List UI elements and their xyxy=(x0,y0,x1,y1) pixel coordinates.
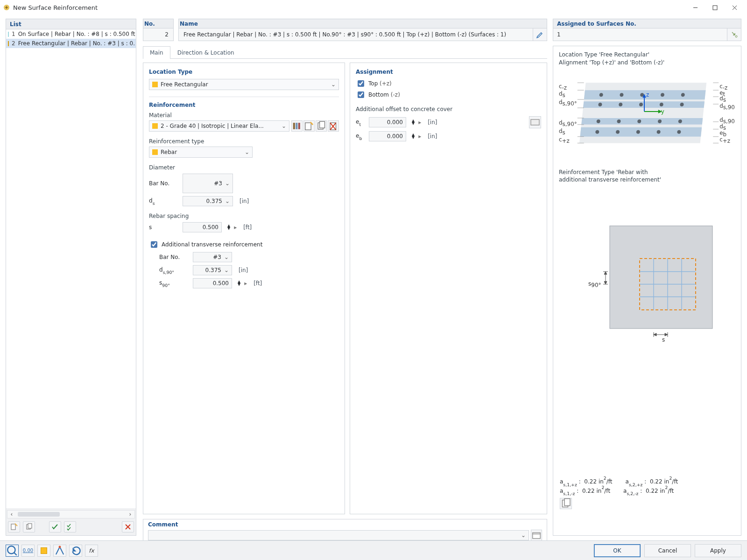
svg-rect-1 xyxy=(713,6,717,10)
check-button[interactable] xyxy=(49,521,61,532)
delete-material-icon[interactable] xyxy=(328,120,339,132)
top-checkbox[interactable] xyxy=(358,80,364,87)
svg-rect-12 xyxy=(531,119,539,125)
eb-unit: [in] xyxy=(428,133,437,140)
new-button[interactable] xyxy=(8,521,20,532)
chevron-down-icon: ⌄ xyxy=(245,149,249,155)
figure2-diagram: s90° s xyxy=(559,221,735,352)
copy-button[interactable] xyxy=(23,521,35,532)
offset-settings-button[interactable] xyxy=(529,116,541,128)
additional-transverse-checkbox[interactable] xyxy=(151,241,157,248)
s-value: 0.500 xyxy=(203,224,218,231)
svg-point-100 xyxy=(59,546,61,548)
assigned-input[interactable] xyxy=(553,28,727,41)
s90-input[interactable]: 0.500 xyxy=(193,278,232,288)
comment-browse-button[interactable] xyxy=(531,530,542,541)
step-right-icon[interactable]: ▸ xyxy=(234,224,237,231)
material-select[interactable]: 2 - Grade 40 | Isotropic | Linear Ela...… xyxy=(149,120,289,132)
check-multi-button[interactable] xyxy=(64,521,76,532)
cancel-button[interactable]: Cancel xyxy=(644,544,691,557)
svg-text:ds,90°: ds,90° xyxy=(719,103,735,111)
et-value: 0.000 xyxy=(387,119,403,126)
chevron-down-icon: ⌄ xyxy=(225,198,230,204)
color-swatch-icon xyxy=(152,82,158,87)
tab-direction-location[interactable]: Direction & Location xyxy=(170,46,241,59)
bottom-checkbox[interactable] xyxy=(358,91,364,98)
spinner-icon[interactable]: ▲▼ xyxy=(412,133,415,139)
color-swatch-icon xyxy=(152,123,158,129)
bottom-label: Bottom (-z) xyxy=(368,91,400,98)
scroll-right-icon[interactable]: › xyxy=(126,511,134,518)
reinforcement-type-value: Rebar xyxy=(161,149,177,155)
step-right-icon[interactable]: ▸ xyxy=(418,133,421,140)
chevron-down-icon: ⌄ xyxy=(282,123,286,129)
ds-input[interactable]: 0.375⌄ xyxy=(183,196,233,206)
location-type-select[interactable]: Free Rectangular ⌄ xyxy=(149,79,339,90)
spinner-icon[interactable]: ▲▼ xyxy=(412,119,415,125)
fx-button[interactable]: fx xyxy=(85,545,98,557)
list-item[interactable]: 2 Free Rectangular | Rebar | No. : #3 | … xyxy=(6,39,136,48)
svg-text:s90°: s90° xyxy=(588,280,601,288)
ok-button[interactable]: OK xyxy=(594,544,641,557)
list-item[interactable]: 1 On Surface | Rebar | No. : #8 | s : 0.… xyxy=(6,29,136,39)
name-label: Name xyxy=(178,19,547,28)
no-input[interactable] xyxy=(143,28,174,41)
new-material-icon[interactable] xyxy=(303,120,315,132)
app-icon xyxy=(3,4,10,11)
copy-material-icon[interactable] xyxy=(316,120,327,132)
eb-input[interactable]: 0.000 xyxy=(369,131,406,141)
list-header: List xyxy=(6,19,136,29)
svg-rect-7 xyxy=(298,123,300,129)
units-button[interactable]: 0.00 xyxy=(21,545,35,557)
refresh-button[interactable] xyxy=(69,545,82,557)
assigned-pick-button[interactable] xyxy=(727,28,741,41)
tab-main[interactable]: Main xyxy=(143,46,170,59)
bar-no-value: #3 xyxy=(214,180,222,187)
as-readout: as,1,+z : 0.22 in2/ft as,2,+z : 0.22 in2… xyxy=(560,477,734,509)
s90-unit: [ft] xyxy=(254,280,262,287)
svg-marker-94 xyxy=(654,333,656,336)
step-right-icon[interactable]: ▸ xyxy=(418,119,421,126)
bar-no-select[interactable]: #3⌄ xyxy=(183,174,233,193)
reinforcement-title: Reinforcement xyxy=(149,97,339,108)
scroll-thumb[interactable] xyxy=(18,512,60,517)
delete-button[interactable] xyxy=(122,521,134,532)
ds90-label: ds,90° xyxy=(159,266,189,274)
minimize-button[interactable] xyxy=(685,1,705,14)
svg-text:ds,90°: ds,90° xyxy=(559,99,577,107)
spinner-icon[interactable]: ▲▼ xyxy=(227,224,230,230)
copy-readout-button[interactable] xyxy=(560,498,572,509)
svg-rect-97 xyxy=(564,499,570,506)
svg-text:ds: ds xyxy=(719,95,726,103)
step-right-icon[interactable]: ▸ xyxy=(244,280,247,287)
list-scrollbar[interactable]: ‹ › xyxy=(7,510,135,518)
show-color-button[interactable] xyxy=(37,545,50,557)
svg-rect-4 xyxy=(28,524,32,528)
svg-text:c+z: c+z xyxy=(719,136,730,144)
figure1-caption-line1: Location Type 'Free Rectangular' xyxy=(559,51,735,59)
ds90-input[interactable]: 0.375⌄ xyxy=(193,265,232,275)
s-input[interactable]: 0.500 xyxy=(183,222,222,232)
material-value: 2 - Grade 40 | Isotropic | Linear Ela... xyxy=(161,123,264,129)
reinforcement-type-select[interactable]: Rebar ⌄ xyxy=(149,147,253,158)
spinner-icon[interactable]: ▲▼ xyxy=(238,280,240,286)
chevron-down-icon: ⌄ xyxy=(225,180,230,187)
et-input[interactable]: 0.000 xyxy=(369,117,406,127)
comment-input[interactable]: ⌄ xyxy=(148,530,529,540)
close-button[interactable] xyxy=(725,1,744,14)
ds-label: ds xyxy=(149,197,179,205)
viewer-button[interactable] xyxy=(53,545,66,557)
help-button[interactable] xyxy=(6,545,19,557)
apply-button[interactable]: Apply xyxy=(695,544,741,557)
figure1-diagram: z y c-z ds ds,90° ds,90° ds c+z c-z et d… xyxy=(559,73,735,153)
library-icon[interactable] xyxy=(291,120,303,132)
atr-bar-no-select[interactable]: #3⌄ xyxy=(193,252,232,262)
svg-rect-5 xyxy=(293,123,295,129)
edit-name-button[interactable] xyxy=(533,28,547,41)
atr-bar-no-value: #3 xyxy=(213,254,221,260)
name-input[interactable] xyxy=(178,28,533,41)
footer: 0.00 fx OK Cancel Apply xyxy=(0,540,747,560)
scroll-left-icon[interactable]: ‹ xyxy=(7,511,16,518)
maximize-button[interactable] xyxy=(705,1,725,14)
location-type-title: Location Type xyxy=(149,69,339,75)
